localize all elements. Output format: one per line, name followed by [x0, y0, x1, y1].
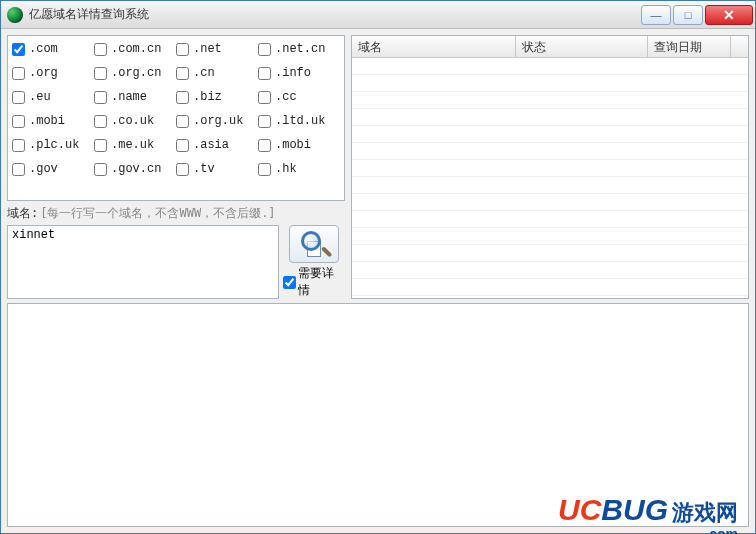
tld-label: .tv	[193, 162, 215, 176]
need-detail-input[interactable]	[283, 276, 296, 289]
tld-input[interactable]	[12, 163, 25, 176]
tld-input[interactable]	[176, 139, 189, 152]
tld-input[interactable]	[258, 163, 271, 176]
tld-input[interactable]	[94, 67, 107, 80]
tld-input[interactable]	[176, 43, 189, 56]
window-title: 亿愿域名详情查询系统	[29, 6, 641, 23]
table-body[interactable]	[352, 58, 748, 298]
tld-label: .cc	[275, 90, 297, 104]
tld-input[interactable]	[94, 91, 107, 104]
close-button[interactable]: ✕	[705, 5, 753, 25]
minimize-button[interactable]: —	[641, 5, 671, 25]
tld-label: .name	[111, 90, 147, 104]
titlebar[interactable]: 亿愿域名详情查询系统 — □ ✕	[1, 1, 755, 29]
tld-label: .asia	[193, 138, 229, 152]
tld-panel: .com.com.cn.net.net.cn.org.org.cn.cn.inf…	[7, 35, 345, 201]
tld-checkbox-comcn[interactable]: .com.cn	[94, 42, 176, 56]
tld-input[interactable]	[12, 115, 25, 128]
tld-input[interactable]	[176, 91, 189, 104]
tld-input[interactable]	[94, 115, 107, 128]
tld-checkbox-cn[interactable]: .cn	[176, 66, 258, 80]
tld-checkbox-com[interactable]: .com	[12, 42, 94, 56]
tld-checkbox-net[interactable]: .net	[176, 42, 258, 56]
tld-label: .gov.cn	[111, 162, 161, 176]
column-date[interactable]: 查询日期	[648, 36, 731, 57]
tld-input[interactable]	[258, 43, 271, 56]
domain-input-row: 需要详情	[7, 225, 345, 299]
results-table: 域名 状态 查询日期	[351, 35, 749, 299]
left-column: .com.com.cn.net.net.cn.org.org.cn.cn.inf…	[7, 35, 345, 299]
column-scroll-gap	[731, 36, 748, 57]
tld-checkbox-mobi[interactable]: .mobi	[12, 114, 94, 128]
tld-checkbox-name[interactable]: .name	[94, 90, 176, 104]
tld-label: .plc.uk	[29, 138, 79, 152]
tld-grid: .com.com.cn.net.net.cn.org.org.cn.cn.inf…	[12, 42, 340, 176]
tld-checkbox-orguk[interactable]: .org.uk	[176, 114, 258, 128]
tld-label: .gov	[29, 162, 58, 176]
tld-label: .net	[193, 42, 222, 56]
tld-label: .mobi	[275, 138, 311, 152]
domain-label-row: 域名: [每一行写一个域名，不含WWW，不含后缀.]	[7, 205, 345, 221]
tld-checkbox-gov[interactable]: .gov	[12, 162, 94, 176]
detail-panel[interactable]	[7, 303, 749, 527]
tld-label: .com	[29, 42, 58, 56]
tld-label: .org.uk	[193, 114, 243, 128]
content-area: .com.com.cn.net.net.cn.org.org.cn.cn.inf…	[1, 29, 755, 533]
tld-checkbox-hk[interactable]: .hk	[258, 162, 340, 176]
need-detail-label: 需要详情	[298, 265, 345, 299]
search-button[interactable]	[289, 225, 339, 263]
tld-input[interactable]	[94, 163, 107, 176]
tld-label: .hk	[275, 162, 297, 176]
column-status[interactable]: 状态	[516, 36, 648, 57]
window-buttons: — □ ✕	[641, 5, 753, 25]
app-window: 亿愿域名详情查询系统 — □ ✕ .com.com.cn.net.net.cn.…	[0, 0, 756, 534]
tld-checkbox-orgcn[interactable]: .org.cn	[94, 66, 176, 80]
domain-textarea[interactable]	[7, 225, 279, 299]
tld-label: .com.cn	[111, 42, 161, 56]
maximize-button[interactable]: □	[673, 5, 703, 25]
tld-input[interactable]	[94, 43, 107, 56]
domain-label: 域名:	[7, 205, 38, 222]
tld-label: .info	[275, 66, 311, 80]
tld-input[interactable]	[12, 139, 25, 152]
tld-input[interactable]	[258, 139, 271, 152]
tld-checkbox-netcn[interactable]: .net.cn	[258, 42, 340, 56]
tld-input[interactable]	[258, 115, 271, 128]
tld-checkbox-govcn[interactable]: .gov.cn	[94, 162, 176, 176]
tld-input[interactable]	[258, 67, 271, 80]
tld-label: .mobi	[29, 114, 65, 128]
need-detail-checkbox[interactable]: 需要详情	[283, 265, 345, 299]
table-header: 域名 状态 查询日期	[352, 36, 748, 58]
tld-label: .org.cn	[111, 66, 161, 80]
tld-checkbox-org[interactable]: .org	[12, 66, 94, 80]
tld-input[interactable]	[176, 115, 189, 128]
tld-label: .me.uk	[111, 138, 154, 152]
tld-label: .eu	[29, 90, 51, 104]
tld-label: .cn	[193, 66, 215, 80]
tld-input[interactable]	[12, 91, 25, 104]
search-column: 需要详情	[283, 225, 345, 299]
tld-checkbox-tv[interactable]: .tv	[176, 162, 258, 176]
tld-checkbox-biz[interactable]: .biz	[176, 90, 258, 104]
tld-checkbox-cc[interactable]: .cc	[258, 90, 340, 104]
column-domain[interactable]: 域名	[352, 36, 516, 57]
tld-label: .net.cn	[275, 42, 325, 56]
tld-checkbox-mobi[interactable]: .mobi	[258, 138, 340, 152]
tld-input[interactable]	[12, 43, 25, 56]
tld-checkbox-plcuk[interactable]: .plc.uk	[12, 138, 94, 152]
tld-checkbox-ltduk[interactable]: .ltd.uk	[258, 114, 340, 128]
tld-checkbox-couk[interactable]: .co.uk	[94, 114, 176, 128]
tld-label: .biz	[193, 90, 222, 104]
tld-checkbox-eu[interactable]: .eu	[12, 90, 94, 104]
tld-checkbox-info[interactable]: .info	[258, 66, 340, 80]
tld-input[interactable]	[94, 139, 107, 152]
tld-input[interactable]	[12, 67, 25, 80]
tld-label: .co.uk	[111, 114, 154, 128]
tld-checkbox-meuk[interactable]: .me.uk	[94, 138, 176, 152]
top-row: .com.com.cn.net.net.cn.org.org.cn.cn.inf…	[7, 35, 749, 299]
tld-checkbox-asia[interactable]: .asia	[176, 138, 258, 152]
app-icon	[7, 7, 23, 23]
tld-input[interactable]	[176, 67, 189, 80]
tld-input[interactable]	[176, 163, 189, 176]
tld-input[interactable]	[258, 91, 271, 104]
